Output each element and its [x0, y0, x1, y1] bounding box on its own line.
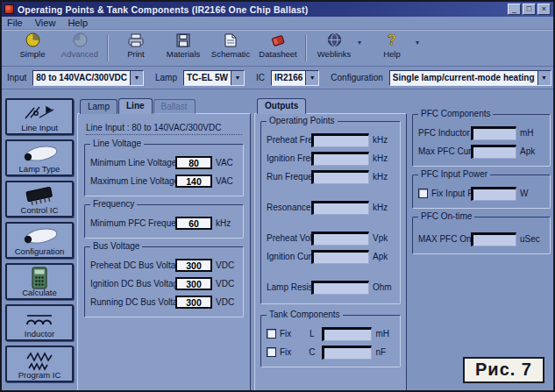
field-row: MAX PFC On-time uSec	[418, 230, 544, 248]
input-combobox-value: 80 to 140VAC/300VDC	[33, 73, 130, 82]
group-title: Tank Components	[267, 310, 343, 319]
chevron-down-icon[interactable]: ▼	[537, 71, 551, 85]
input-combobox[interactable]: 80 to 140VAC/300VDC ▼	[32, 70, 144, 86]
menu-help[interactable]: Help	[68, 18, 88, 28]
chevron-down-icon[interactable]: ▼	[231, 71, 244, 85]
tab-outputs[interactable]: Outputs	[257, 98, 306, 114]
unit-label: kHz	[369, 203, 395, 212]
print-button[interactable]: Print	[112, 32, 160, 64]
configuration-combobox[interactable]: Single lamp/current-mode heating ▼	[389, 70, 551, 86]
outputs-panel: Outputs Operating Points Preheat Frequen…	[254, 113, 407, 392]
checkbox-label: Fix Input Power	[431, 189, 471, 198]
unit-label: kHz	[212, 218, 238, 228]
datasheet-button[interactable]: Datasheet	[254, 32, 302, 64]
inputs-tabstrip: Lamp Line Ballast	[80, 99, 196, 115]
lamp-resistance-output	[311, 281, 369, 295]
field-row: Ignition Frequency kHz	[267, 149, 395, 167]
lamp-icon	[7, 225, 72, 249]
selector-row: Input 80 to 140VAC/300VDC ▼ Lamp TC-EL 5…	[2, 67, 553, 89]
field-label: Lamp Resistance	[267, 282, 311, 292]
sidebar-item-control-ic[interactable]: Control IC	[5, 181, 74, 217]
field-row: PFC Inductor mH	[418, 124, 544, 142]
min-line-voltage-input[interactable]: 80	[175, 156, 212, 169]
max-line-voltage-input[interactable]: 140	[175, 175, 212, 188]
fix-input-power-checkbox[interactable]	[418, 189, 428, 198]
coil-icon	[7, 308, 72, 331]
min-pfc-frequency-input[interactable]: 60	[175, 217, 212, 230]
unit-label: mH	[372, 329, 395, 339]
close-button[interactable]: ×	[537, 4, 551, 15]
advanced-icon	[71, 32, 89, 48]
simple-button[interactable]: Simple	[9, 32, 56, 64]
preheat-bus-voltage-input[interactable]: 300	[175, 259, 212, 272]
weblinks-button[interactable]: Weblinks	[310, 32, 358, 64]
field-label: Preheat DC Bus Voltage	[90, 260, 175, 270]
running-bus-voltage-input[interactable]: 300	[175, 296, 212, 309]
sidebar-item-program-ic[interactable]: Program IC	[5, 346, 74, 382]
field-label: Ignition Current	[267, 252, 311, 261]
menu-file[interactable]: File	[7, 18, 23, 28]
group-title: Operating Points	[267, 116, 338, 125]
sidebar-item-calculate[interactable]: Calculate	[5, 263, 74, 300]
maximize-button[interactable]: □	[523, 4, 536, 15]
fix-c-checkbox[interactable]	[267, 347, 276, 357]
datasheet-label: Datasheet	[259, 49, 296, 59]
schematic-button[interactable]: Schematic	[207, 32, 254, 64]
run-frequency-output	[311, 170, 369, 184]
sidebar-item-inductor[interactable]: Inductor	[5, 304, 74, 341]
sidebar-item-configuration[interactable]: Configuration	[5, 222, 74, 259]
app-window: Operating Points & Tank Components (IR21…	[0, 0, 555, 392]
lamp-icon	[7, 143, 72, 167]
weblinks-dropdown-arrow[interactable]: ▾	[358, 39, 365, 46]
field-row: Resonance Frequency kHz	[267, 198, 395, 217]
unit-label: kHz	[369, 172, 395, 182]
tab-lamp[interactable]: Lamp	[80, 99, 117, 114]
pfc-column: PFC Components PFC Inductor mH Max PFC C…	[412, 114, 551, 262]
field-row: Lamp Resistance Ohm	[267, 278, 395, 296]
toolbar-separator	[305, 35, 307, 61]
unit-label: Ohm	[369, 282, 395, 292]
operating-points-group: Operating Points Preheat Frequency kHz I…	[260, 121, 401, 304]
ignition-current-output	[311, 250, 369, 264]
sidebar-item-lamp-type[interactable]: Lamp Type	[5, 139, 74, 176]
materials-label: Materials	[167, 49, 201, 59]
field-row: Minimum PFC Frequency 60 kHz	[90, 214, 238, 232]
tank-inductor-output	[322, 327, 373, 341]
field-label: Running DC Bus Voltage	[90, 297, 175, 307]
simple-label: Simple	[19, 49, 45, 59]
title-bar: Operating Points & Tank Components (IR21…	[2, 2, 553, 17]
field-row: Max PFC Current Apk	[418, 142, 544, 160]
field-label: Resonance Frequency	[267, 203, 311, 212]
tab-line[interactable]: Line	[118, 98, 153, 114]
field-label: Minimum Line Voltage	[90, 158, 175, 167]
advanced-button[interactable]: Advanced	[56, 32, 103, 64]
tank-capacitor-output	[322, 346, 373, 360]
pfc-on-time-group: PFC On-time MAX PFC On-time uSec	[412, 217, 551, 254]
unit-label: nF	[372, 347, 395, 357]
unit-label: Vpk	[369, 233, 395, 243]
field-label: Preheat Frequency	[267, 135, 311, 145]
chevron-down-icon[interactable]: ▼	[305, 71, 318, 85]
ic-combobox[interactable]: IR2166 ▼	[271, 70, 319, 86]
sidebar-item-line-input[interactable]: Line Input	[5, 98, 74, 135]
field-row: Preheat Frequency kHz	[267, 131, 395, 149]
menu-view[interactable]: View	[35, 18, 56, 28]
field-label: Ignition Frequency	[267, 153, 311, 163]
tab-ballast[interactable]: Ballast	[153, 99, 196, 114]
simple-icon	[24, 32, 41, 48]
chevron-down-icon[interactable]: ▼	[130, 71, 143, 85]
unit-label: kHz	[369, 135, 395, 145]
max-pfc-current-output	[471, 145, 516, 159]
minimize-button[interactable]: _	[508, 4, 521, 15]
unit-label: mH	[516, 128, 544, 138]
lamp-combobox[interactable]: TC-EL 5W ▼	[183, 70, 245, 86]
ic-combobox-value: IR2166	[272, 73, 305, 82]
help-dropdown-arrow[interactable]: ▾	[416, 39, 423, 46]
field-label: MAX PFC On-time	[418, 234, 471, 244]
configuration-label: Configuration	[329, 73, 384, 82]
datasheet-icon	[269, 32, 287, 48]
ignition-bus-voltage-input[interactable]: 300	[175, 277, 212, 290]
fix-l-checkbox[interactable]	[267, 329, 276, 339]
materials-button[interactable]: Materials	[160, 32, 207, 64]
help-button[interactable]: ? Help	[368, 32, 416, 64]
